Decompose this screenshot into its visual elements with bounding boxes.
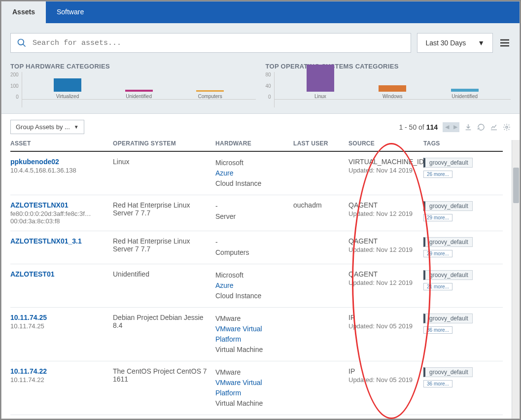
hamburger-icon[interactable] (499, 37, 511, 49)
search-input[interactable] (33, 39, 405, 47)
download-icon[interactable] (464, 123, 472, 131)
hw-line: Microsoft (215, 158, 289, 168)
tag-pill[interactable]: groovy_default (423, 237, 473, 247)
asset-sub: 10.11.74.25 (10, 322, 109, 330)
asset-link[interactable]: AZLOTEST01 (10, 270, 109, 278)
hw-line: Microsoft (215, 270, 289, 280)
source-updated: Updated: Nov 12 2019 (348, 210, 419, 217)
hw-cell: -Computers (215, 237, 293, 258)
table-row: 10.11.74.2510.11.74.25Debian Project Deb… (10, 308, 503, 361)
os-cell: Red Hat Enterprise Linux Server 7 7.7 (113, 237, 215, 258)
chart-hardware: TOP HARDWARE CATEGORIES 200 100 0 Virtua… (10, 63, 256, 107)
vertical-scrollbar[interactable] (512, 140, 520, 419)
col-os[interactable]: OPERATING SYSTEM (113, 140, 215, 147)
more-tags-link[interactable]: 36 more... (423, 380, 452, 387)
chart-y-axis: 80 40 0 (266, 72, 274, 107)
os-cell: Debian Project Debian Jessie 8.4 (113, 314, 215, 355)
charts-row: TOP HARDWARE CATEGORIES 200 100 0 Virtua… (1, 63, 520, 113)
hw-cell: VMwareVMware Virtual PlatformVirtual Mac… (215, 367, 293, 409)
more-tags-link[interactable]: 26 more... (423, 171, 452, 178)
hw-line: Computers (215, 247, 289, 258)
hw-line: Cloud Instance (215, 291, 289, 301)
tag-pill[interactable]: groovy_default (423, 270, 473, 280)
prev-page-button[interactable]: ◀ (443, 122, 451, 132)
scrollbar-thumb[interactable] (513, 168, 519, 203)
source-updated: Updated: Nov 12 2019 (348, 279, 419, 286)
source-text: QAGENT (348, 201, 419, 209)
asset-link[interactable]: ppkubenode02 (10, 158, 109, 166)
os-cell: Unidentified (113, 270, 215, 301)
col-asset[interactable]: ASSET (10, 140, 113, 147)
hw-cell: MicrosoftAzureCloud Instance (215, 158, 293, 189)
tag-pill[interactable]: groovy_default (423, 201, 473, 211)
table-row: AZLOTESTLNX01_3.1Red Hat Enterprise Linu… (10, 231, 503, 264)
source-updated: Updated: Nov 14 2019 (348, 167, 419, 174)
more-tags-link[interactable]: 29 more... (423, 214, 452, 221)
user-cell (293, 158, 348, 189)
source-text: IP (348, 367, 419, 375)
hw-line: - (215, 237, 289, 247)
chart-bar[interactable]: Unidentified (443, 89, 487, 100)
svg-point-0 (18, 39, 24, 45)
tab-assets[interactable]: Assets (1, 1, 46, 23)
tag-pill[interactable]: groovy_default (423, 158, 473, 168)
asset-link[interactable]: 10.11.74.22 (10, 367, 109, 375)
table-row: AZLOTESTLNX01fe80:0:0:0:20d:3aff:fe8c:3f… (10, 195, 503, 231)
tab-software[interactable]: Software (46, 1, 95, 23)
hw-line[interactable]: VMware Virtual Platform (215, 324, 289, 345)
date-range-select[interactable]: Last 30 Days ▼ (417, 33, 493, 53)
os-cell: The CentOS Project CentOS 7 1611 (113, 367, 215, 409)
hw-line: - (215, 201, 289, 211)
hw-line[interactable]: Azure (215, 280, 289, 291)
hw-line: Server (215, 211, 289, 222)
hw-cell: -Server (215, 201, 293, 225)
next-page-button[interactable]: ▶ (451, 122, 459, 132)
chevron-down-icon: ▼ (74, 124, 79, 130)
chart-bar[interactable]: Linux (298, 65, 343, 100)
col-tags[interactable]: TAGS (423, 140, 497, 147)
chart-bar[interactable]: Unidentified (117, 90, 161, 100)
hw-line: Virtual Machine (215, 398, 289, 409)
refresh-icon[interactable] (477, 123, 485, 131)
user-cell: ouchadm (293, 201, 348, 225)
more-tags-link[interactable]: 29 more... (423, 250, 452, 257)
more-tags-link[interactable]: 21 more... (423, 283, 452, 290)
pagination-arrows: ◀ ▶ (443, 122, 459, 132)
date-range-label: Last 30 Days (425, 39, 466, 47)
tag-pill[interactable]: groovy_default (423, 314, 473, 323)
chart-bar[interactable]: Computers (188, 90, 232, 100)
source-text: IP (348, 314, 419, 321)
hw-line: Virtual Machine (215, 345, 289, 355)
asset-sub: 10.11.74.22 (10, 376, 109, 384)
os-cell: Linux (113, 158, 215, 189)
gear-icon[interactable] (503, 123, 511, 131)
list-toolbar: Group Assets by ... ▼ 1 - 50 of 114 ◀ ▶ (1, 114, 520, 140)
chart-bar[interactable]: Virtualized (45, 78, 90, 100)
chart-bar[interactable]: Windows (370, 85, 415, 100)
table-header: ASSET OPERATING SYSTEM HARDWARE LAST USE… (10, 140, 503, 152)
col-source[interactable]: SOURCE (348, 140, 423, 147)
chart-icon[interactable] (490, 123, 498, 131)
asset-link[interactable]: AZLOTESTLNX01 (10, 201, 109, 209)
user-cell (293, 270, 348, 301)
source-text: QAGENT (348, 270, 419, 278)
hw-cell: VMwareVMware Virtual PlatformVirtual Mac… (215, 314, 293, 355)
table-row: ppkubenode0210.4.4.5,168.61.36.138LinuxM… (10, 152, 503, 195)
col-hardware[interactable]: HARDWARE (215, 140, 293, 147)
chart-title: TOP HARDWARE CATEGORIES (10, 63, 256, 70)
more-tags-link[interactable]: 36 more... (423, 326, 452, 334)
hw-cell: MicrosoftAzureCloud Instance (215, 270, 293, 301)
main-tabs: Assets Software (1, 1, 520, 23)
svg-point-5 (506, 126, 508, 128)
asset-link[interactable]: 10.11.74.25 (10, 314, 109, 321)
asset-link[interactable]: AZLOTESTLNX01_3.1 (10, 237, 109, 245)
table-row: 10.11.74.2210.11.74.22The CentOS Project… (10, 361, 503, 415)
hw-line[interactable]: VMware Virtual Platform (215, 378, 289, 398)
hw-line[interactable]: Azure (215, 168, 289, 178)
group-by-select[interactable]: Group Assets by ... ▼ (10, 120, 84, 134)
col-last-user[interactable]: LAST USER (293, 140, 348, 147)
chart-y-axis: 200 100 0 (10, 72, 22, 107)
content-area: Group Assets by ... ▼ 1 - 50 of 114 ◀ ▶ (1, 113, 520, 419)
tag-pill[interactable]: groovy_default (423, 367, 473, 377)
search-box[interactable] (10, 33, 411, 53)
